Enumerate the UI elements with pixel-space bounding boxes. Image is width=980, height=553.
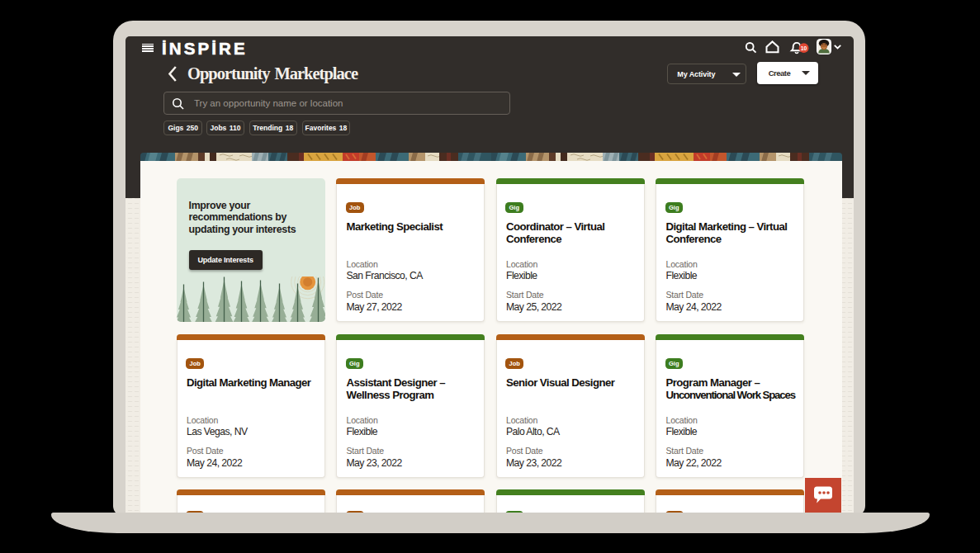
- svg-text:10: 10: [801, 45, 807, 51]
